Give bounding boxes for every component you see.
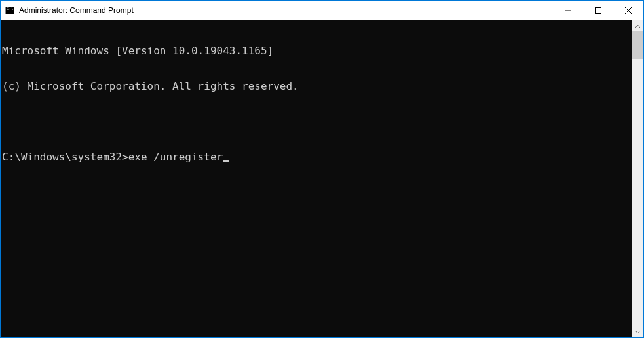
chevron-up-icon	[635, 25, 640, 28]
console-area: Microsoft Windows [Version 10.0.19043.11…	[1, 20, 643, 337]
titlebar[interactable]: Administrator: Command Prompt	[1, 1, 643, 20]
command-prompt-window: Administrator: Command Prompt Microsoft …	[0, 0, 644, 338]
minimize-icon	[565, 7, 571, 14]
window-controls	[553, 1, 643, 20]
copyright-line: (c) Microsoft Corporation. All rights re…	[2, 81, 632, 92]
minimize-button[interactable]	[553, 1, 583, 20]
scroll-track[interactable]	[632, 31, 643, 326]
scroll-down-button[interactable]	[632, 326, 643, 337]
window-title: Administrator: Command Prompt	[19, 6, 134, 15]
maximize-button[interactable]	[583, 1, 613, 20]
prompt-path: C:\Windows\system32>	[2, 151, 128, 163]
scroll-up-button[interactable]	[632, 20, 643, 31]
text-cursor	[223, 160, 229, 162]
svg-rect-1	[596, 8, 601, 14]
scroll-thumb[interactable]	[632, 31, 643, 59]
prompt-line: C:\Windows\system32>exe /unregister	[2, 151, 632, 163]
close-button[interactable]	[613, 1, 643, 20]
chevron-down-icon	[635, 331, 640, 333]
cmd-icon	[5, 5, 15, 16]
blank-line	[2, 116, 632, 128]
command-input[interactable]: exe /unregister	[128, 151, 223, 163]
console-output[interactable]: Microsoft Windows [Version 10.0.19043.11…	[1, 20, 632, 337]
maximize-icon	[595, 7, 601, 14]
vertical-scrollbar[interactable]	[632, 20, 643, 337]
close-icon	[625, 7, 632, 14]
version-line: Microsoft Windows [Version 10.0.19043.11…	[2, 45, 632, 57]
